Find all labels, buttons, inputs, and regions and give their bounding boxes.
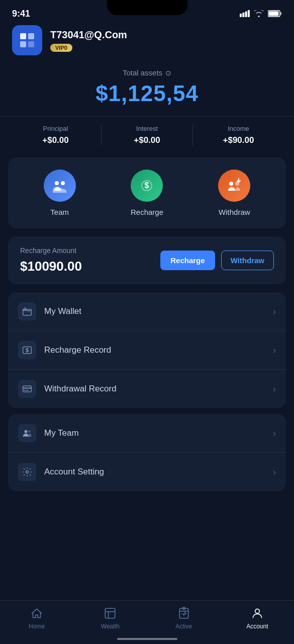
menu-item-withdrawal-record[interactable]: Withdrawal Record › (8, 369, 286, 408)
svg-point-24 (25, 430, 28, 433)
action-withdraw[interactable]: Withdraw (218, 170, 250, 216)
svg-point-12 (61, 181, 65, 185)
action-recharge-label: Recharge (131, 208, 163, 216)
gear-icon (22, 467, 32, 477)
team-menu-icon (22, 428, 32, 438)
user-header: T73041@Q.Com VIP0 (0, 15, 294, 63)
team-menu-icon-wrap (18, 424, 36, 442)
action-team[interactable]: Team (44, 170, 76, 216)
recharge-icon: $ (139, 178, 155, 194)
chevron-icon-wallet: › (273, 306, 276, 317)
chevron-icon-recharge-record: › (273, 345, 276, 356)
svg-rect-9 (20, 41, 26, 47)
avatar-icon (18, 31, 36, 49)
wealth-nav-icon (104, 607, 117, 620)
nav-label-account: Account (246, 623, 268, 630)
vip-badge: VIP0 (50, 44, 72, 52)
svg-rect-20 (23, 386, 32, 392)
nav-label-home: Home (29, 623, 45, 630)
svg-rect-17 (23, 309, 32, 315)
menu-card-2: My Team › Account Setting › (8, 414, 286, 491)
home-nav-icon (30, 607, 43, 620)
withdraw-icon (226, 178, 242, 194)
team-icon (52, 178, 68, 194)
recharge-info: Recharge Amount $10090.00 (20, 247, 82, 274)
svg-rect-27 (106, 608, 116, 618)
recharge-button[interactable]: Recharge (160, 251, 215, 270)
stats-row: Principal +$0.00 Interest +$0.00 Income … (0, 116, 294, 157)
gear-icon-wrap (18, 463, 36, 481)
svg-point-33 (255, 609, 260, 613)
menu-item-my-wallet[interactable]: My Wallet › (8, 292, 286, 331)
svg-text:$: $ (145, 181, 149, 190)
svg-rect-5 (269, 12, 279, 16)
nav-label-wealth: Wealth (101, 623, 120, 630)
nav-item-account[interactable]: Account (221, 607, 294, 630)
recharge-card-actions: Recharge Withdraw (160, 251, 274, 270)
action-withdraw-label: Withdraw (219, 208, 250, 216)
total-assets-amount: $1,125,54 (12, 81, 282, 106)
notch (107, 0, 187, 15)
action-team-label: Team (50, 208, 69, 216)
menu-item-recharge-record[interactable]: $ Recharge Record › (8, 331, 286, 369)
stat-interest-label: Interest (102, 125, 192, 132)
stat-interest-value: +$0.00 (102, 135, 192, 145)
card-icon (22, 384, 32, 394)
svg-rect-3 (248, 10, 250, 17)
chevron-icon-withdrawal-record: › (273, 384, 276, 394)
total-assets-label: Total assets ⊙ (12, 68, 282, 77)
menu-item-my-team[interactable]: My Team › (8, 414, 286, 452)
wifi-icon (254, 10, 264, 17)
svg-text:$: $ (26, 347, 29, 353)
chevron-icon-my-team: › (273, 428, 276, 439)
total-assets-section: Total assets ⊙ $1,125,54 (0, 63, 294, 116)
user-info: T73041@Q.Com VIP0 (50, 29, 127, 52)
stat-interest: Interest +$0.00 (101, 125, 192, 145)
nav-label-active: Active (175, 623, 192, 630)
withdraw-button[interactable]: Withdraw (221, 251, 274, 270)
menu-card-1: My Wallet › $ Recharge Record › (8, 292, 286, 408)
nav-item-home[interactable]: Home (0, 607, 73, 630)
action-card: Team $ Recharge Withdraw (8, 157, 286, 228)
svg-rect-0 (240, 14, 242, 17)
home-indicator (117, 638, 177, 640)
action-recharge[interactable]: $ Recharge (131, 170, 163, 216)
recharge-card-title: Recharge Amount (20, 247, 82, 255)
menu-label-account-setting: Account Setting (44, 467, 273, 477)
svg-rect-2 (245, 12, 247, 18)
wallet-icon-wrap (18, 302, 36, 320)
stat-principal: Principal +$0.00 (10, 125, 101, 145)
status-icons (240, 10, 282, 17)
chevron-icon-account-setting: › (273, 467, 276, 477)
svg-point-11 (55, 181, 59, 185)
stat-income: Income +$90.00 (192, 125, 284, 145)
svg-rect-1 (242, 13, 244, 17)
menu-label-withdrawal-record: Withdrawal Record (44, 384, 273, 394)
svg-point-15 (229, 182, 233, 186)
svg-rect-6 (280, 13, 282, 15)
card-icon-wrap (18, 380, 36, 398)
svg-rect-10 (28, 41, 34, 47)
svg-rect-8 (28, 33, 34, 39)
recharge-icon-wrap: $ (131, 170, 163, 202)
dollar-icon-wrap: $ (18, 341, 36, 359)
signal-icon (240, 10, 250, 17)
bottom-nav: Home Wealth Active Account (0, 600, 294, 644)
wallet-icon (22, 306, 32, 316)
battery-icon (268, 10, 282, 17)
nav-item-active[interactable]: Active (147, 607, 221, 630)
stat-income-label: Income (193, 125, 284, 132)
avatar (12, 25, 42, 55)
menu-item-account-setting[interactable]: Account Setting › (8, 452, 286, 491)
account-nav-icon (251, 607, 264, 620)
dollar-icon: $ (22, 345, 32, 355)
team-icon-wrap (44, 170, 76, 202)
active-nav-icon (177, 607, 190, 620)
eye-icon[interactable]: ⊙ (165, 69, 171, 77)
recharge-card-amount: $10090.00 (20, 259, 82, 274)
svg-rect-7 (20, 33, 26, 39)
menu-label-recharge-record: Recharge Record (44, 345, 273, 355)
nav-item-wealth[interactable]: Wealth (73, 607, 147, 630)
status-time: 9:41 (12, 9, 30, 19)
withdraw-icon-wrap (218, 170, 250, 202)
